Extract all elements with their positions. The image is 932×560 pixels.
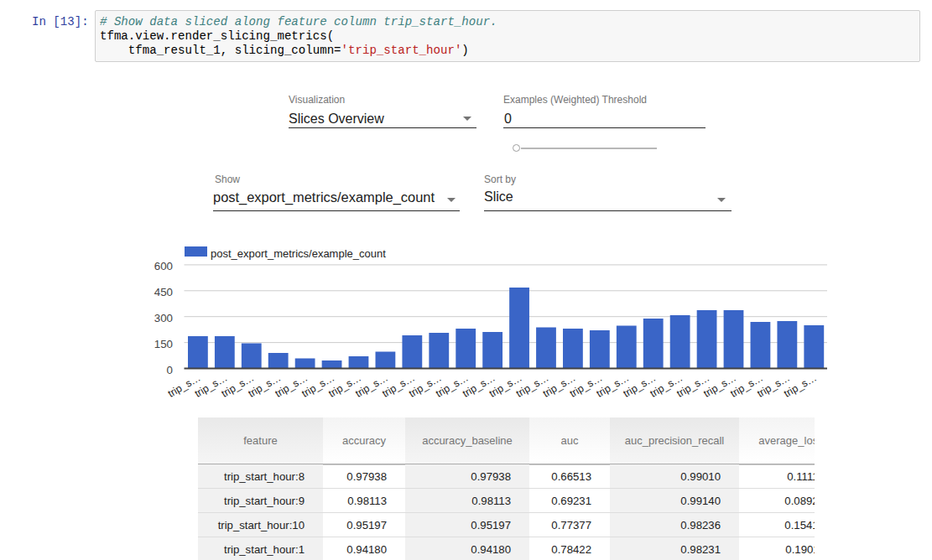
svg-text:600: 600 [154, 260, 173, 272]
svg-text:0: 0 [167, 364, 173, 376]
svg-text:150: 150 [154, 338, 173, 350]
svg-text:450: 450 [154, 286, 173, 298]
svg-text:300: 300 [154, 312, 173, 324]
svg-text:post_export_metrics/example_co: post_export_metrics/example_count [211, 247, 386, 260]
